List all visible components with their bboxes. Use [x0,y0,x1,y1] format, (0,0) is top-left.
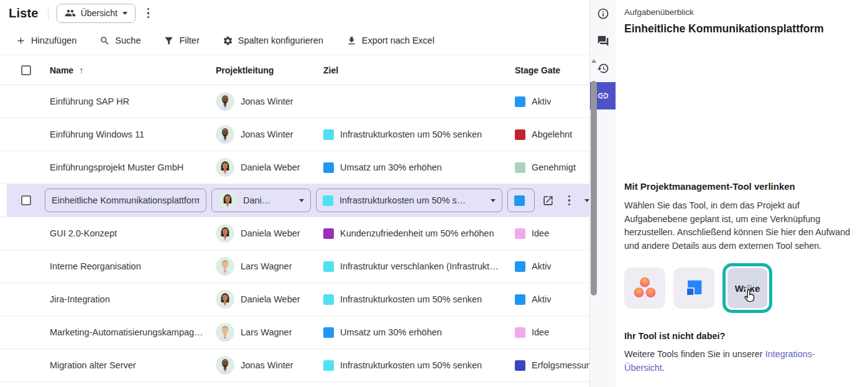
owner-field[interactable]: Daniela Weber [216,290,300,309]
goal-label: Infrastrukturkosten um 50% senken [340,129,482,139]
project-name-field[interactable]: Migration alter Server [50,360,136,370]
owner-name: Jonas Winter [241,129,293,139]
footer-text-after: . [662,363,665,373]
view-selector-button[interactable]: Übersicht [57,4,136,23]
owner-name: Lars Wagner [241,261,292,271]
asana-tool-button[interactable] [624,268,665,309]
goal-color-swatch [323,129,334,140]
stage-gate-field[interactable]: Idee [515,327,549,338]
stage-color-swatch [515,261,525,272]
goal-field[interactable]: Kundenzufriedenheit um 50% erhöhen [323,228,494,239]
table-row[interactable]: Einführung Windows 11 Jonas Winter Infra… [0,118,589,151]
stage-gate-field[interactable]: Abgelehnt [515,129,572,140]
view-selector-label: Übersicht [81,8,118,18]
goal-color-swatch [323,195,333,206]
project-name-field[interactable]: Jira-Integration [50,294,110,304]
table-row[interactable]: Einheitliche Kommunikationsplattform Dan… [0,184,589,217]
chevron-down-icon[interactable] [584,199,589,202]
toolbar-search-button[interactable]: Suche [99,35,141,46]
owner-field[interactable]: Lars Wagner [216,257,292,276]
stage-label: Aktiv [532,294,551,304]
table-header: Name ↑ Projektleitung Ziel Stage Gate [0,55,589,85]
column-header-projektleitung[interactable]: Projektleitung [216,65,323,75]
project-name-field[interactable]: Interne Reorganisation [50,261,141,271]
wrike-tool-button[interactable]: Wrike [727,268,767,308]
table-row[interactable]: Migration alter Server Jonas Winter Infr… [0,349,589,382]
goal-field[interactable]: Umsatz um 30% erhöhen [323,162,442,173]
project-name-field[interactable]: Marketing-Automatisierungskampag… [50,327,203,337]
owner-field[interactable]: Lars Wagner [216,323,292,342]
toolbar-gear-button[interactable]: Spalten konfigurieren [223,35,323,46]
goal-field[interactable]: Infrastrukturkosten um 50% senken [323,129,482,140]
footer-text-before: Weitere Tools finden Sie in unserer [624,349,765,359]
toolbar-label: Hinzufügen [31,35,76,45]
hand-cursor-icon [742,289,756,304]
column-header-ziel[interactable]: Ziel [323,65,515,75]
project-name: GUI 2.0-Konzept [50,228,117,238]
owner-field[interactable]: Daniela Weber [216,224,300,243]
table-row[interactable]: Einführung SAP HR Jonas Winter Aktiv [0,85,589,118]
row-checkbox[interactable] [21,195,31,205]
toolbar-plus-button[interactable]: Hinzufügen [16,35,76,46]
scroll-up-arrow-icon[interactable] [591,59,596,63]
scrollbar-thumb[interactable] [591,81,597,296]
table-row[interactable]: Einführungsprojekt Muster GmbH Daniela W… [0,151,589,184]
owner-name: Daniela Weber [241,162,300,172]
column-header-stage-gate[interactable]: Stage Gate [515,65,589,75]
column-header-name[interactable]: Name ↑ [50,65,216,75]
owner-field[interactable]: Dani… [211,189,311,212]
sort-asc-icon: ↑ [79,65,84,75]
stage-label: Abgelehnt [532,129,572,139]
owner-field[interactable]: Jonas Winter [216,356,293,375]
owner-field[interactable]: Jonas Winter [216,125,293,144]
stage-gate-field[interactable]: Akt [507,189,535,212]
stage-gate-field[interactable]: Aktiv [515,96,551,107]
owner-field[interactable]: Jonas Winter [216,92,293,111]
stage-gate-field[interactable]: Genehmigt [515,162,576,173]
project-name-field[interactable]: Einführung Windows 11 [50,129,144,139]
info-sidebar-button[interactable] [590,0,616,27]
toolbar-filter-button[interactable]: Filter [164,35,199,46]
goal-field[interactable]: Infrastruktur verschlanken (Infrastrukt… [323,261,499,272]
stage-gate-field[interactable]: Aktiv [515,261,551,272]
project-name-field[interactable]: Einführungsprojekt Muster GmbH [50,162,183,172]
goal-field[interactable]: Infrastrukturkosten um 50% senken [323,360,482,371]
goal-label: Infrastrukturkosten um 50% senken [340,360,482,370]
toolbar-label: Filter [179,35,199,45]
select-all-checkbox[interactable] [21,65,31,75]
stage-color-swatch [515,228,525,239]
goal-color-swatch [323,261,334,272]
detail-title: Einheitliche Kommunikationsplattform [624,22,861,35]
goal-color-swatch [323,162,334,173]
stage-gate-field[interactable]: Idee [515,228,549,239]
vertical-scrollbar[interactable] [589,55,599,387]
toolbar-download-button[interactable]: Export nach Excel [346,35,435,46]
table-row[interactable]: Interne Reorganisation Lars Wagner Infra… [0,250,589,283]
goal-field[interactable]: Infrastrukturkosten um 50% senken [323,294,482,305]
stage-color-swatch [514,195,525,206]
project-name: Interne Reorganisation [50,261,141,271]
jira-tool-button[interactable] [673,268,714,309]
row-kebab-menu-icon[interactable] [565,192,575,209]
goal-field[interactable]: Umsatz um 30% erhöhen [323,327,442,338]
avatar [216,356,234,375]
table-row[interactable]: Marketing-Automatisierungskampag… Lars W… [0,316,589,349]
project-name-field[interactable]: GUI 2.0-Konzept [50,228,117,238]
project-name-field[interactable]: Einführung SAP HR [50,96,129,106]
kebab-menu-icon[interactable] [144,5,154,22]
project-name: Marketing-Automatisierungskampag… [50,327,203,337]
comments-sidebar-button[interactable] [590,27,616,55]
goal-field[interactable]: Infrastrukturkosten um 50% s… [316,189,502,212]
link-section-body: Wählen Sie das Tool, in dem das Projekt … [624,199,861,253]
owner-field[interactable]: Daniela Weber [216,158,300,177]
stage-gate-field[interactable]: Erfolgsmessung [515,360,589,371]
open-in-new-icon[interactable] [542,195,554,207]
avatar [218,191,237,210]
table-row[interactable]: Jira-Integration Daniela Weber Infrastru… [0,283,589,316]
stage-gate-field[interactable]: Aktiv [515,294,551,305]
stage-color-swatch [515,327,525,338]
project-name-field[interactable]: Einheitliche Kommunikationsplattform [45,189,206,212]
footer-title: Ihr Tool ist nicht dabei? [624,331,861,341]
toolbar: HinzufügenSucheFilterSpalten konfigurier… [0,26,589,55]
table-row[interactable]: GUI 2.0-Konzept Daniela Weber Kundenzufr… [0,217,589,250]
